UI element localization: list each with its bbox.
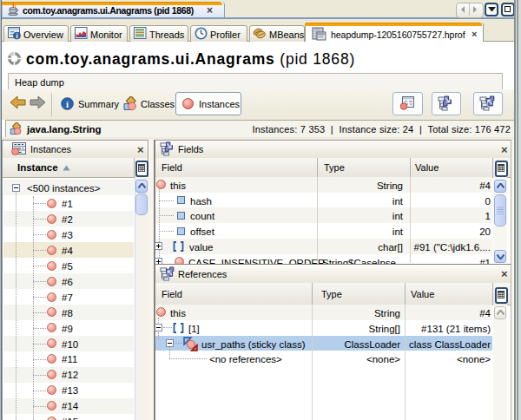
svg-text:i: i xyxy=(16,32,17,40)
svg-text:i: i xyxy=(66,99,69,109)
